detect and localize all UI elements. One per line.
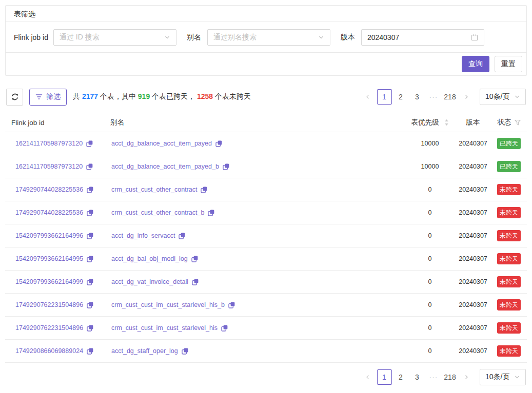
copy-icon[interactable] — [87, 210, 93, 216]
copy-icon[interactable] — [87, 302, 93, 308]
alias-link[interactable]: acct_dg_balance_acct_item_payed — [111, 140, 212, 147]
page-button-3[interactable]: 3 — [410, 369, 425, 385]
copy-icon[interactable] — [215, 140, 222, 147]
filter-funnel-icon[interactable] — [515, 119, 521, 126]
stats-text: 共 — [73, 92, 82, 100]
next-page-button[interactable] — [459, 89, 474, 105]
alias-link[interactable]: crm_cust_cust_im_cust_starlevel_his — [111, 324, 218, 332]
prev-page-button[interactable] — [361, 369, 376, 385]
priority-value: 0 — [405, 209, 455, 216]
priority-value: 0 — [405, 278, 455, 285]
version-value: 20240307 — [367, 33, 399, 42]
version-cell: 20240307 — [455, 140, 491, 147]
status-badge: 已跨天 — [497, 138, 521, 149]
alias-placeholder: 通过别名搜索 — [213, 33, 257, 42]
version-cell: 20240307 — [455, 347, 491, 355]
job-id-link[interactable]: 1621411705987973120 — [15, 140, 83, 147]
copy-icon[interactable] — [182, 348, 188, 355]
table-body: 1621411705987973120 acct_dg_balance_acct… — [5, 132, 527, 363]
status-badge: 未跨天 — [497, 276, 521, 287]
query-button[interactable]: 查询 — [462, 56, 489, 72]
job-id-link[interactable]: 1542097993662164995 — [15, 255, 83, 262]
filter-row: Flink job id 通过 ID 搜索 别名 通过别名搜索 版本 20240… — [6, 22, 526, 53]
page-size-select[interactable]: 10条/页 — [480, 369, 526, 385]
sort-icon[interactable] — [444, 119, 449, 126]
reset-button[interactable]: 重置 — [495, 56, 522, 72]
job-id-link[interactable]: 1621411705987973120 — [15, 163, 83, 170]
copy-icon[interactable] — [87, 187, 93, 193]
stat-total: 2177 — [82, 92, 98, 100]
copy-icon[interactable] — [192, 279, 199, 285]
copy-icon[interactable] — [87, 279, 93, 285]
job-id-link[interactable]: 1749290866069889024 — [15, 347, 83, 355]
copy-icon[interactable] — [86, 140, 93, 147]
copy-icon[interactable] — [208, 210, 214, 216]
next-page-button[interactable] — [459, 369, 474, 385]
page-button-218[interactable]: 218 — [443, 369, 458, 385]
alias-link[interactable]: crm_cust_cust_im_cust_starlevel_his_b — [111, 301, 225, 308]
page-button-3[interactable]: 3 — [410, 89, 425, 105]
filter-button[interactable]: 筛选 — [29, 89, 67, 106]
copy-icon[interactable] — [223, 163, 229, 170]
copy-icon[interactable] — [228, 302, 235, 308]
header-version[interactable]: 版本 — [455, 118, 491, 127]
copy-icon[interactable] — [87, 348, 93, 355]
alias-link[interactable]: crm_cust_cust_other_contract — [111, 186, 197, 193]
chevron-down-icon — [318, 34, 324, 40]
refresh-button[interactable] — [6, 89, 23, 106]
table-row: 1621411705987973120 acct_dg_balance_acct… — [5, 155, 527, 178]
header-status[interactable]: 状态 — [491, 118, 527, 127]
filter-actions: 查询 重置 — [6, 53, 526, 75]
pagination-ellipsis[interactable]: ··· — [426, 89, 441, 105]
page-size-select[interactable]: 10条/页 — [480, 89, 526, 105]
job-id-link[interactable]: 1749290762231504896 — [15, 301, 83, 308]
job-id-link[interactable]: 1542097993662164999 — [15, 278, 83, 285]
page-button-218[interactable]: 218 — [443, 89, 458, 105]
copy-icon[interactable] — [87, 233, 93, 239]
copy-icon[interactable] — [201, 187, 207, 193]
table-row: 1542097993662164995 acct_dg_bal_obj_modi… — [5, 247, 527, 271]
table-row: 1542097993662164996 acct_dg_info_servacc… — [5, 224, 527, 247]
priority-value: 0 — [405, 255, 455, 262]
copy-icon[interactable] — [191, 256, 198, 262]
alias-link[interactable]: acct_dg_bal_obj_modi_log — [111, 255, 188, 262]
pagination: 123···21810条/页 — [360, 369, 526, 385]
flink-job-id-select[interactable]: 通过 ID 搜索 — [53, 29, 176, 46]
stats-text: 个表未跨天 — [213, 92, 251, 100]
page-button-2[interactable]: 2 — [393, 369, 408, 385]
alias-link[interactable]: acct_dg_vat_invoice_detail — [111, 278, 188, 285]
alias-select[interactable]: 通过别名搜索 — [207, 29, 330, 46]
status-badge: 未跨天 — [497, 322, 521, 334]
version-date-input[interactable]: 20240307 — [361, 29, 484, 46]
copy-icon[interactable] — [221, 325, 228, 332]
copy-icon[interactable] — [179, 233, 185, 239]
alias-link[interactable]: acct_dg_balance_acct_item_payed_b — [111, 163, 219, 170]
header-alias[interactable]: 别名 — [106, 118, 405, 127]
alias-link[interactable]: crm_cust_cust_other_contract_b — [111, 209, 204, 216]
priority-value: 0 — [405, 186, 455, 193]
copy-icon[interactable] — [87, 325, 93, 332]
header-flink-job-id[interactable]: Flink job id — [5, 119, 106, 127]
status-badge: 未跨天 — [497, 230, 521, 241]
job-id-link[interactable]: 1749290744028225536 — [15, 209, 83, 216]
alias-link[interactable]: acct_dg_staff_oper_log — [111, 347, 178, 355]
copy-icon[interactable] — [86, 163, 93, 170]
pagination-ellipsis[interactable]: ··· — [426, 369, 441, 385]
alias-link[interactable]: acct_dg_info_servacct — [111, 232, 175, 239]
job-id-link[interactable]: 1749290744028225536 — [15, 186, 83, 193]
page-button-2[interactable]: 2 — [393, 89, 408, 105]
page-button-1[interactable]: 1 — [377, 369, 392, 385]
data-table: Flink job id 别名 表优先级 版本 状态 1621411705987… — [5, 113, 527, 363]
bottom-pagination-bar: 123···21810条/页 — [5, 369, 527, 385]
prev-page-button[interactable] — [361, 89, 376, 105]
chevron-down-icon — [514, 374, 520, 380]
stat-crossed: 919 — [138, 92, 150, 100]
page-button-1[interactable]: 1 — [377, 89, 392, 105]
copy-icon[interactable] — [87, 256, 93, 262]
header-priority[interactable]: 表优先级 — [405, 118, 455, 127]
job-id-link[interactable]: 1749290762231504896 — [15, 324, 83, 332]
filter-button-label: 筛选 — [46, 92, 61, 101]
table-row: 1621411705987973120 acct_dg_balance_acct… — [5, 132, 527, 155]
job-id-link[interactable]: 1542097993662164996 — [15, 232, 83, 239]
version-cell: 20240307 — [455, 186, 491, 193]
